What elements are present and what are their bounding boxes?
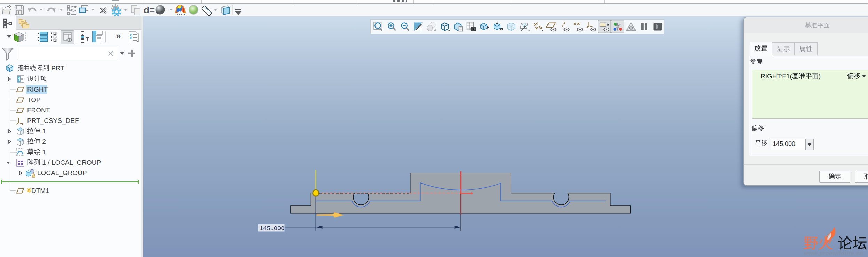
svg-text:145.000: 145.000	[260, 225, 284, 232]
svg-text:www.proewildfire.cn: www.proewildfire.cn	[804, 250, 863, 256]
